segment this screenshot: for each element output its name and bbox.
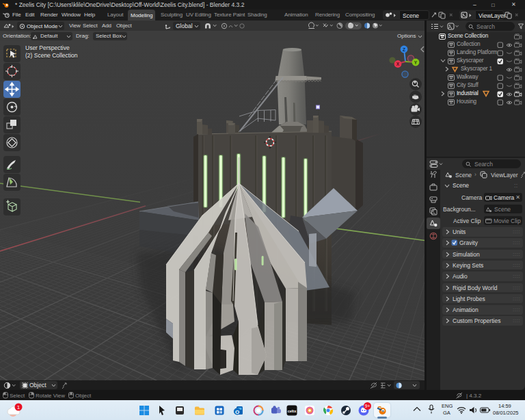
svg-text:9+: 9+	[365, 404, 371, 408]
svg-text:O: O	[235, 409, 239, 415]
svg-text:1: 1	[17, 404, 21, 410]
svg-text:Z: Z	[403, 47, 405, 52]
svg-text:Y: Y	[414, 60, 418, 65]
svg-text:celtx: celtx	[288, 409, 297, 413]
svg-text:X: X	[396, 62, 400, 66]
